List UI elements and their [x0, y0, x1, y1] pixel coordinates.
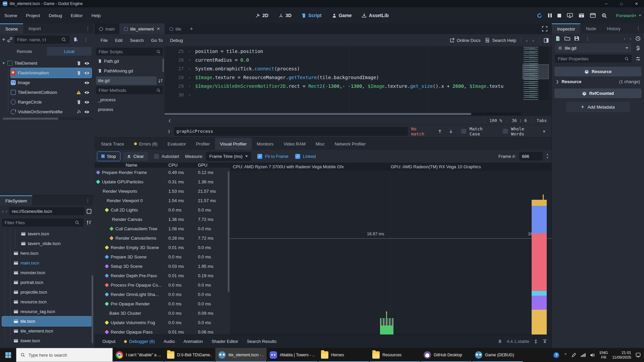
stop-button[interactable]: [557, 14, 561, 17]
find-previous-icon[interactable]: [438, 129, 442, 134]
scene-tree-hscrollbar[interactable]: [3, 117, 92, 120]
file-row[interactable]: portrait.tscn: [2, 278, 92, 287]
scene-node-tileelementcollision[interactable]: TileElementCollision: [11, 87, 92, 97]
taskbar-app-github-desktop[interactable]: GitHub Desktop: [421, 348, 472, 362]
zoom-level[interactable]: 100 %: [484, 116, 507, 125]
scene-tab-main[interactable]: main: [95, 23, 119, 34]
tab-monitors[interactable]: Monitors: [252, 138, 279, 150]
pause-button[interactable]: [548, 13, 552, 17]
file-row[interactable]: hero.tscn: [2, 248, 92, 258]
taskbar-app-godot-active[interactable]: tile_element.tscn - ...: [215, 348, 267, 362]
profiler-row[interactable]: Render OmniLight Sha...0.0 ms0.0 ms: [95, 290, 230, 299]
workspace-2d[interactable]: 2D: [252, 11, 272, 20]
bottom-shader-editor[interactable]: Shader Editor: [208, 337, 242, 346]
method-item[interactable]: process: [96, 105, 163, 114]
history-forward-button[interactable]: ›: [6, 208, 7, 214]
file-row[interactable]: resource.tscn: [2, 297, 92, 307]
new-scene-tab-button[interactable]: +: [186, 23, 197, 34]
property-tools-icon[interactable]: [636, 56, 641, 61]
indent-mode[interactable]: Tabs: [532, 116, 551, 125]
file-row-open[interactable]: main.tscn: [2, 258, 92, 268]
tab-filesystem[interactable]: FileSystem: [0, 195, 32, 205]
profiler-row[interactable]: Render CanvasItems0.28 ms7.72 ms: [95, 233, 230, 243]
visibility-eye-icon[interactable]: [84, 100, 90, 104]
workspace-game[interactable]: Game: [328, 11, 355, 20]
load-resource-folder-icon[interactable]: [565, 36, 570, 41]
filter-properties-input[interactable]: [555, 55, 632, 63]
toggle-scripts-panel-icon[interactable]: [544, 38, 549, 43]
tab-network-profiler[interactable]: Network Profiler: [330, 138, 371, 150]
file-row[interactable]: resource_tag.tscn: [2, 307, 92, 316]
resource-selector[interactable]: ⚙ tile.gd: [555, 43, 631, 53]
file-row[interactable]: projectile.tscn: [2, 287, 92, 297]
resource-subsection[interactable]: ❯ Resource (1 change): [552, 76, 644, 86]
profiler-row[interactable]: Render Canvas1.36 ms7.72 ms: [95, 215, 230, 224]
menu-scene[interactable]: Scene: [0, 11, 21, 20]
profiler-row[interactable]: Render Depth Pre-Pass0.01 ms0.19 ms: [95, 271, 230, 280]
profiler-row[interactable]: Render Viewports1.53 ms21.57 ms: [95, 186, 230, 196]
file-row[interactable]: tavern_slide.tscn: [2, 239, 92, 248]
file-row[interactable]: tile_element.tscn: [2, 326, 92, 336]
profiler-row[interactable]: Prepare Render Frame0.49 ms0.12 ms: [95, 168, 230, 177]
profiler-table-scrollbar[interactable]: [227, 171, 230, 339]
expander-icon[interactable]: ▼: [2, 61, 5, 65]
expand-bottom-panel-icon[interactable]: [542, 339, 547, 344]
signal-icon[interactable]: [76, 110, 81, 114]
tab-node[interactable]: Node: [580, 23, 601, 34]
notification-bell-icon[interactable]: [498, 339, 502, 344]
scene-node-flashanimation[interactable]: FlashAnimatiion: [11, 68, 92, 78]
menu-file[interactable]: File: [97, 36, 111, 45]
tab-misc[interactable]: Misc: [311, 138, 330, 150]
caret-position[interactable]: 36 : 6: [507, 116, 532, 125]
sort-files-icon[interactable]: [86, 220, 92, 225]
remote-toggle[interactable]: Remote: [2, 47, 47, 56]
whole-words-checkbox[interactable]: [503, 129, 508, 134]
history-clock-icon[interactable]: [635, 36, 641, 41]
pen-tray-icon[interactable]: [572, 353, 576, 357]
add-metadata-button[interactable]: + Add Metadata: [566, 102, 630, 112]
scene-more-icon[interactable]: ⋮: [80, 37, 92, 42]
menu-edit[interactable]: Edit: [112, 36, 126, 45]
start-button[interactable]: [0, 348, 16, 362]
distraction-free-button[interactable]: [538, 23, 551, 34]
show-hidden-icons-chevron[interactable]: ⌃: [564, 353, 567, 358]
volume-tray-icon[interactable]: [590, 353, 595, 357]
script-history-back[interactable]: ‹: [526, 38, 528, 43]
close-tab-icon[interactable]: ✕: [157, 26, 160, 31]
taskbar-app-explorer[interactable]: D:\I-Bidi TD\Game...: [164, 348, 215, 362]
workspace-script[interactable]: Script: [298, 11, 325, 20]
menu-debug[interactable]: Debug: [44, 11, 66, 20]
workspace-3d[interactable]: 3D: [275, 11, 295, 20]
tab-import[interactable]: Import: [23, 23, 46, 34]
code-minimap[interactable]: [523, 47, 549, 100]
network-tray-icon[interactable]: [581, 353, 586, 357]
file-row[interactable]: tavern.tscn: [2, 229, 92, 239]
profiler-row[interactable]: Update Volumetric Fog0.0 ms0.0 ms: [95, 318, 230, 327]
script-history-forward[interactable]: ›: [532, 38, 534, 43]
tab-video-ram[interactable]: Video RAM: [278, 138, 311, 150]
taskbar-app-chrome[interactable]: I can't "disable" a ...: [113, 348, 164, 362]
match-case-checkbox[interactable]: [461, 129, 466, 134]
taskbar-app-heroes-folder[interactable]: Heroes: [318, 348, 369, 362]
profiler-check-button[interactable]: [601, 13, 607, 18]
profiler-row[interactable]: Process Pre Opaque Co...0.0 ms0.0 ms: [95, 280, 230, 290]
menu-search[interactable]: Search: [126, 36, 147, 45]
code-hscrollbar[interactable]: [164, 113, 521, 115]
visibility-eye-icon[interactable]: [84, 110, 90, 114]
prompt-chevron-icon[interactable]: ❯: [168, 129, 170, 134]
bottom-animation[interactable]: Animation: [180, 337, 207, 346]
visibility-eye-icon[interactable]: [84, 90, 90, 95]
menu-goto[interactable]: Go To: [148, 36, 166, 45]
tab-stack-trace[interactable]: Stack Trace: [96, 138, 129, 150]
menu-project[interactable]: Project: [21, 11, 44, 20]
filter-methods-input[interactable]: [96, 86, 163, 94]
tab-inspector[interactable]: Inspector: [552, 23, 580, 34]
profiler-row[interactable]: Update GPUParticles0.31 ms1.38 ms: [95, 177, 230, 186]
menu-editor[interactable]: Editor: [66, 11, 87, 20]
dock-menu-icon[interactable]: ⋮: [82, 23, 94, 34]
find-next-icon[interactable]: [449, 129, 453, 134]
menu-debug[interactable]: Debug: [167, 36, 186, 45]
autostart-checkbox[interactable]: [154, 154, 159, 159]
collapse-breadcrumb-icon[interactable]: ❮: [164, 118, 175, 123]
local-toggle[interactable]: Local: [47, 47, 92, 56]
